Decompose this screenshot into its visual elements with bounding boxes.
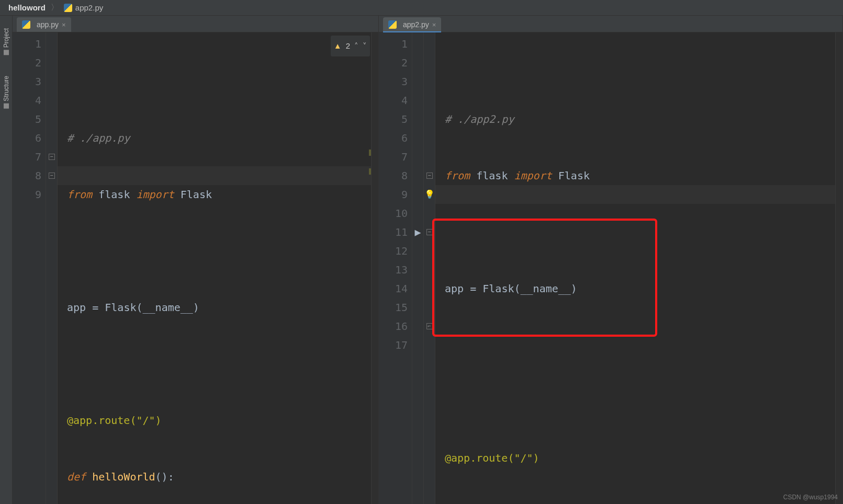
python-icon xyxy=(64,4,72,12)
split-editors: app.py × ▲ 2 ˄ ˅ 1 2 3 4 5 6 7 xyxy=(13,16,843,504)
chevron-down-icon[interactable]: ˅ xyxy=(363,37,367,55)
tab-label: app2.py xyxy=(403,20,429,29)
python-icon xyxy=(22,20,30,29)
code-lines-right[interactable]: # ./app2.py from flask import Flask app … xyxy=(435,32,842,504)
scrollbar[interactable] xyxy=(371,32,378,504)
python-icon xyxy=(388,20,397,29)
tab-app-py[interactable]: app.py × xyxy=(17,17,71,32)
close-icon[interactable]: × xyxy=(432,21,436,29)
tabstrip-right: app2.py × xyxy=(379,16,842,32)
project-tool-label: Project xyxy=(3,28,10,48)
structure-tool-button[interactable]: Structure xyxy=(3,76,10,109)
annotation-red-box xyxy=(432,219,657,337)
code-lines-left[interactable]: # ./app.py from flask import Flask app =… xyxy=(58,32,378,504)
code-area-right[interactable]: 1 2 3 4 5 6 7 8 9 10 11 12 13 14 15 16 1 xyxy=(379,32,842,504)
tab-app2-py[interactable]: app2.py × xyxy=(383,17,441,32)
run-icon[interactable]: ▶ xyxy=(414,223,421,242)
fold-icon[interactable]: − xyxy=(49,154,55,160)
fold-end-icon[interactable]: ⌐ xyxy=(426,323,433,329)
gutter-annotations-left: − − xyxy=(46,32,58,504)
breadcrumb-separator: 〉 xyxy=(49,3,61,13)
structure-icon xyxy=(4,104,9,109)
gutter-line-numbers-left: 1 2 3 4 5 6 7 8 9 xyxy=(13,32,46,504)
tab-label: app.py xyxy=(37,20,59,29)
gutter-line-numbers-right: 1 2 3 4 5 6 7 8 9 10 11 12 13 14 15 16 1 xyxy=(379,32,412,504)
fold-icon[interactable]: − xyxy=(426,229,433,235)
editor-pane-right: app2.py × 1 2 3 4 5 6 7 8 9 10 11 12 xyxy=(379,16,843,504)
main-area: Project Structure app.py × ▲ 2 ˄ ˅ xyxy=(0,16,843,504)
project-tool-button[interactable]: Project xyxy=(3,28,10,55)
inspection-widget[interactable]: ▲ 2 ˄ ˅ xyxy=(331,36,370,56)
project-icon xyxy=(4,50,9,55)
close-icon[interactable]: × xyxy=(62,21,66,29)
lightbulb-icon[interactable]: 💡 xyxy=(424,185,435,204)
watermark: CSDN @wusp1994 xyxy=(783,494,838,501)
breadcrumb-file-label: app2.py xyxy=(75,3,103,12)
scrollbar[interactable] xyxy=(835,32,842,504)
gutter-run-marks: ▶ xyxy=(412,32,424,504)
breadcrumb: helloword 〉 app2.py xyxy=(0,0,843,16)
fold-icon[interactable]: − xyxy=(49,173,55,179)
toolwindow-stripe: Project Structure xyxy=(0,16,13,504)
breadcrumb-file[interactable]: app2.py xyxy=(61,3,106,12)
breadcrumb-root[interactable]: helloword xyxy=(5,3,49,12)
editor-pane-left: app.py × ▲ 2 ˄ ˅ 1 2 3 4 5 6 7 xyxy=(13,16,379,504)
inspection-count: 2 xyxy=(346,37,350,55)
fold-icon[interactable]: − xyxy=(426,173,433,179)
warning-icon: ▲ xyxy=(334,37,342,55)
chevron-up-icon[interactable]: ˄ xyxy=(354,37,358,55)
tabstrip-left: app.py × xyxy=(13,16,378,32)
code-area-left[interactable]: ▲ 2 ˄ ˅ 1 2 3 4 5 6 7 8 9 xyxy=(13,32,378,504)
structure-tool-label: Structure xyxy=(3,76,10,101)
